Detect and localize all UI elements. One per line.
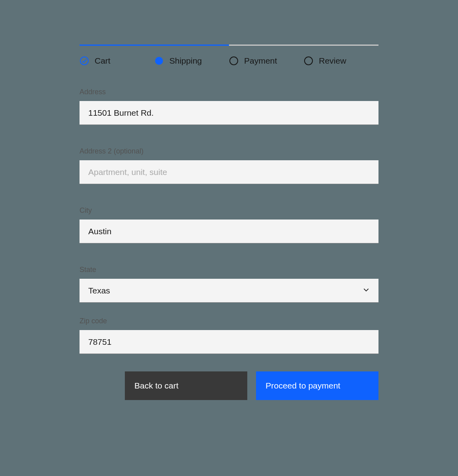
step-review[interactable]: Review xyxy=(304,56,378,66)
field-group-city: City xyxy=(80,206,378,243)
state-select[interactable]: Texas xyxy=(80,279,378,303)
address2-input[interactable] xyxy=(80,160,378,184)
svg-point-1 xyxy=(155,57,163,65)
step-label: Shipping xyxy=(169,56,202,66)
address2-label: Address 2 (optional) xyxy=(80,147,378,155)
step-shipping[interactable]: Shipping xyxy=(154,56,229,66)
checkmark-circle-icon xyxy=(80,56,89,66)
field-group-address: Address xyxy=(80,88,378,125)
circle-outline-icon xyxy=(304,56,313,66)
back-to-cart-button[interactable]: Back to cart xyxy=(125,371,247,400)
svg-point-3 xyxy=(305,57,312,65)
step-payment[interactable]: Payment xyxy=(229,56,304,66)
field-group-state: State Texas xyxy=(80,266,378,303)
progress-fill xyxy=(80,45,229,46)
city-label: City xyxy=(80,206,378,215)
circle-filled-icon xyxy=(154,56,164,66)
step-cart[interactable]: Cart xyxy=(80,56,154,66)
address-input[interactable] xyxy=(80,101,378,125)
step-label: Payment xyxy=(244,56,277,66)
progress-steps: Cart Shipping Payment Review xyxy=(80,46,378,66)
zip-input[interactable] xyxy=(80,330,378,354)
svg-point-2 xyxy=(230,57,238,65)
city-input[interactable] xyxy=(80,220,378,243)
field-group-address2: Address 2 (optional) xyxy=(80,147,378,184)
checkout-form: Cart Shipping Payment Review Address Add… xyxy=(80,45,378,400)
step-label: Review xyxy=(319,56,346,66)
svg-point-0 xyxy=(80,57,88,65)
step-label: Cart xyxy=(95,56,111,66)
state-label: State xyxy=(80,266,378,274)
zip-label: Zip code xyxy=(80,317,378,325)
field-group-zip: Zip code xyxy=(80,317,378,354)
circle-outline-icon xyxy=(229,56,239,66)
proceed-to-payment-button[interactable]: Proceed to payment xyxy=(256,371,378,400)
button-row: Back to cart Proceed to payment xyxy=(80,371,378,400)
address-label: Address xyxy=(80,88,378,96)
